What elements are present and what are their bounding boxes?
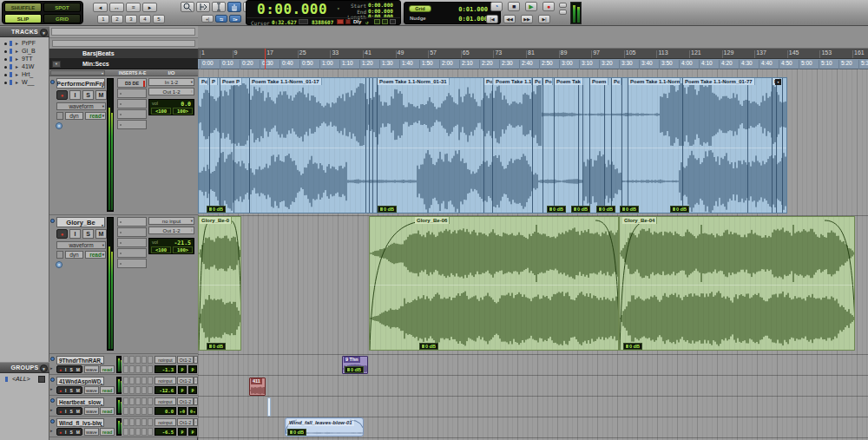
edit-window-view-selector[interactable] <box>51 28 195 36</box>
insert-slot-mini[interactable] <box>141 365 147 373</box>
record-dot[interactable]: ● <box>59 409 62 414</box>
insert-slot-mini[interactable] <box>123 407 128 415</box>
insert-slot-mini[interactable] <box>141 356 147 364</box>
clip-label[interactable]: Pc <box>612 78 621 85</box>
mute-letter[interactable]: M <box>76 367 80 372</box>
clip-label[interactable]: P <box>234 78 242 85</box>
automation-safe-button[interactable] <box>56 251 63 259</box>
wave-view-button[interactable]: wave <box>84 386 99 394</box>
clip-label[interactable]: Wind_fall_leaves-blow-01 <box>287 419 354 426</box>
insert-slot-mini[interactable] <box>148 397 153 405</box>
insert-slot-mini[interactable] <box>135 397 141 405</box>
clip-gain-badge[interactable]: 0 dB <box>207 343 226 350</box>
insert-slot-mini[interactable] <box>123 428 128 436</box>
transport-expand-button-1[interactable] <box>559 3 567 8</box>
rism-button-cluster[interactable]: ●ISM <box>56 365 82 373</box>
clip-gain-badge[interactable]: 0 dB <box>547 206 566 213</box>
clip-label[interactable]: Pc <box>533 78 542 85</box>
link-track-edit-button[interactable]: ≡▸ <box>229 15 241 23</box>
insert-slot-mini[interactable] <box>129 356 135 364</box>
input-letter[interactable]: I <box>65 367 66 372</box>
clip-gain-badge[interactable]: 0 dB <box>207 206 226 213</box>
bars-ruler-label[interactable]: Bars|Beats <box>82 50 115 56</box>
clip-gain-badge[interactable]: 0 dB <box>620 206 639 213</box>
clip-label[interactable]: Poem Tak <box>555 78 583 85</box>
input-selector[interactable]: noinput <box>155 356 176 364</box>
track-name-caret-icon[interactable]: ▾ <box>102 220 103 227</box>
clip-label[interactable]: Glory_Be-06 <box>415 217 450 224</box>
input-letter[interactable]: I <box>65 409 66 414</box>
insert-slot-2[interactable] <box>117 89 147 98</box>
clip-label[interactable]: P <box>210 78 218 85</box>
record-dot[interactable]: ● <box>59 367 62 372</box>
pan-left-value[interactable]: <100 <box>151 246 171 253</box>
rism-button-cluster[interactable]: ●ISM <box>56 407 82 415</box>
automation-safe-button[interactable] <box>56 112 63 120</box>
clip-label[interactable]: Glory_Be-0 <box>200 217 232 224</box>
insert-slot-mini[interactable] <box>123 418 128 426</box>
track-expand-icon[interactable]: ▸ <box>50 407 53 412</box>
clip-Glory_Be-0[interactable]: Glory_Be-00 dB <box>198 216 241 351</box>
pan-right-value[interactable]: P <box>188 428 197 436</box>
insert-slot-4[interactable] <box>117 248 147 258</box>
clip-label[interactable]: 9 Thn <box>344 357 360 363</box>
solo-button[interactable]: S <box>82 90 94 100</box>
vol-value[interactable]: -12.6 <box>155 386 176 394</box>
automation-mode-selector[interactable]: read▾ <box>85 251 106 259</box>
insert-slot-mini[interactable] <box>129 365 135 373</box>
track-view-selector[interactable]: waveform▾ <box>56 241 106 249</box>
mute-letter[interactable]: M <box>76 388 80 393</box>
input-button[interactable]: I <box>69 229 81 239</box>
track-options-button[interactable]: × <box>56 261 62 268</box>
insert-slot-mini[interactable] <box>135 377 141 384</box>
input-selector[interactable]: noinput <box>155 377 176 384</box>
solo-letter[interactable]: S <box>69 430 72 435</box>
track-list-item-W__[interactable]: ►W__ <box>0 79 49 87</box>
zoom-preset-3[interactable]: 3 <box>125 15 137 23</box>
trim-tool-button[interactable] <box>196 2 210 12</box>
loop-playback-icon[interactable]: ↺ <box>365 19 369 25</box>
stop-button[interactable]: ■ <box>508 2 520 11</box>
output-selector[interactable]: Ot1-2 <box>177 397 194 405</box>
record-button[interactable]: ● <box>542 2 555 11</box>
track-options-button[interactable]: × <box>56 122 62 129</box>
clip-options-icon[interactable]: ▾ <box>775 79 781 85</box>
solo-button[interactable]: S <box>82 229 94 239</box>
track-name-caret-icon[interactable]: ▾ <box>101 380 102 386</box>
track-list-item-41W[interactable]: ►41W <box>0 63 49 71</box>
insert-slot-mini[interactable] <box>123 365 128 373</box>
pan-right-value[interactable]: 100> <box>173 108 193 115</box>
read-mode-button[interactable]: read <box>100 428 115 436</box>
track-color-dot[interactable] <box>50 378 55 382</box>
input-selector[interactable]: no input▾ <box>148 217 194 225</box>
track-list-item-Hrt_[interactable]: ►Hrt_ <box>0 71 49 79</box>
insert-slot-mini[interactable] <box>135 365 141 373</box>
insert-slot-mini[interactable] <box>148 428 153 436</box>
track-color-dot[interactable] <box>50 219 55 223</box>
read-mode-button[interactable]: read <box>100 365 115 373</box>
vol-value[interactable]: 0.0 <box>181 101 191 108</box>
output-selector[interactable]: Ot1-2 <box>177 377 194 384</box>
wave-view-button[interactable]: wave <box>84 365 99 373</box>
output-selector[interactable]: Ot1-2 <box>177 356 194 364</box>
clip-gain-badge[interactable]: 0 dB <box>670 206 689 213</box>
clip-sliver[interactable] <box>267 397 271 417</box>
solo-letter[interactable]: S <box>69 388 72 393</box>
insert-slot-mini[interactable] <box>135 407 141 415</box>
track-list-item-PrPF[interactable]: ►PrPF <box>0 40 49 48</box>
clip-Glory_Be-04[interactable]: Glory_Be-040 dB <box>619 216 855 351</box>
insert-slot-2[interactable] <box>117 227 147 237</box>
clip-Glory_Be-06[interactable]: Glory_Be-060 dB <box>369 216 619 351</box>
dyn-button[interactable]: dyn <box>65 112 83 120</box>
insert-slot-mini[interactable] <box>123 377 128 384</box>
clip-Wind_fall_leaves-blow-01[interactable]: Wind_fall_leaves-blow-010 dB <box>285 417 364 437</box>
zoom-vertical-button[interactable]: ≡ <box>126 3 141 12</box>
zoom-preset-2[interactable]: 2 <box>111 15 123 23</box>
ruler-view-icon[interactable]: ▾ <box>52 61 61 68</box>
track-name-caret-icon[interactable]: ▾ <box>102 82 103 89</box>
pan-left-value[interactable]: P <box>178 365 187 373</box>
wave-view-button[interactable]: wave <box>84 407 99 415</box>
zoom-out-horizontal-button[interactable]: ◂ <box>93 3 108 12</box>
input-selector[interactable]: In 1-2▾ <box>148 78 194 86</box>
track-expand-icon[interactable]: ▸ <box>50 365 53 371</box>
